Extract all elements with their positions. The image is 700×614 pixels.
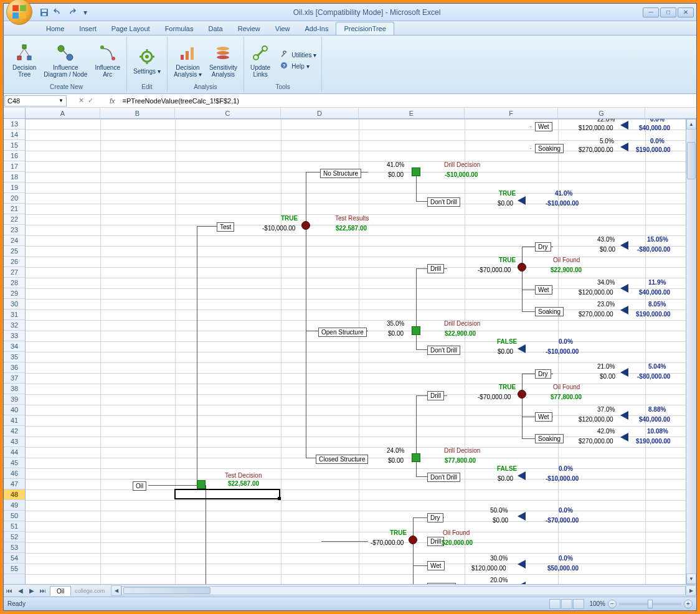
end-node-icon[interactable]	[518, 471, 526, 480]
end-node-icon[interactable]	[518, 512, 526, 521]
row-header-33[interactable]: 33	[4, 331, 25, 341]
save-icon[interactable]	[39, 7, 50, 18]
tab-add-ins[interactable]: Add-Ins	[297, 22, 336, 35]
tree-node[interactable]: Don't Drill	[427, 197, 460, 207]
influence-arc-button[interactable]: InfluenceArc	[92, 42, 123, 79]
end-node-icon[interactable]	[620, 368, 628, 377]
minimize-button[interactable]: ─	[643, 7, 659, 17]
row-header-22[interactable]: 22	[4, 214, 25, 225]
tree-node[interactable]: No Structure	[320, 169, 361, 178]
chance-node-icon[interactable]	[301, 221, 310, 230]
zoom-in-button[interactable]: +	[684, 600, 693, 608]
scroll-left-button[interactable]: ◀	[111, 585, 121, 596]
row-header-45[interactable]: 45	[4, 458, 25, 468]
name-box[interactable]: C48▼	[4, 95, 67, 106]
scroll-down-button[interactable]: ▼	[686, 574, 696, 584]
row-header-42[interactable]: 42	[4, 426, 25, 437]
row-header-46[interactable]: 46	[4, 468, 25, 479]
tab-home[interactable]: Home	[39, 22, 72, 35]
worksheet-grid[interactable]: OilTestNo StructureOpen StructureClosed …	[26, 119, 686, 584]
tree-node[interactable]: Open Structure	[318, 328, 367, 337]
row-header-44[interactable]: 44	[4, 447, 25, 458]
decision-analysis-button[interactable]: DecisionAnalysis ▾	[171, 42, 204, 79]
tab-view[interactable]: View	[268, 22, 298, 35]
row-header-54[interactable]: 54	[4, 553, 25, 564]
last-sheet-button[interactable]: ⏭	[37, 586, 49, 596]
zoom-level[interactable]: 100%	[589, 600, 605, 607]
prev-sheet-button[interactable]: ◀	[15, 586, 26, 596]
selected-cell[interactable]	[174, 489, 280, 499]
col-header-A[interactable]: A	[26, 108, 100, 118]
fx-icon[interactable]: fx	[105, 97, 120, 105]
tree-node[interactable]: Soaking	[535, 307, 564, 316]
decision-node-icon[interactable]	[412, 168, 420, 176]
undo-icon[interactable]	[52, 7, 64, 18]
row-header-37[interactable]: 37	[4, 373, 25, 384]
sensitivity-analysis-button[interactable]: SensitivityAnalysis	[207, 42, 240, 79]
row-header-15[interactable]: 15	[4, 140, 25, 151]
end-node-icon[interactable]	[518, 582, 526, 584]
row-header-31[interactable]: 31	[4, 309, 25, 320]
maximize-button[interactable]: □	[660, 7, 676, 17]
tree-node[interactable]: Drill	[427, 264, 444, 273]
row-header-47[interactable]: 47	[4, 479, 25, 489]
tree-node[interactable]: Wet	[427, 561, 445, 570]
row-header-16[interactable]: 16	[4, 151, 25, 161]
row-header-38[interactable]: 38	[4, 384, 25, 394]
row-header-53[interactable]: 53	[4, 542, 25, 553]
cancel-icon[interactable]: ✕	[78, 97, 84, 105]
row-header-40[interactable]: 40	[4, 405, 25, 415]
decision-node-icon[interactable]	[197, 480, 206, 489]
row-header-21[interactable]: 21	[4, 204, 25, 214]
zoom-slider[interactable]	[619, 603, 681, 605]
row-header-34[interactable]: 34	[4, 341, 25, 352]
tree-node[interactable]: Don't Drill	[427, 473, 460, 482]
tree-node[interactable]: Closed Structure	[316, 455, 368, 464]
row-header-24[interactable]: 24	[4, 235, 25, 246]
row-header-26[interactable]: 26	[4, 257, 25, 267]
qat-dropdown-icon[interactable]: ▾	[80, 7, 91, 18]
end-node-icon[interactable]	[518, 560, 526, 569]
update-links-button[interactable]: UpdateLinks	[248, 42, 273, 79]
row-header-36[interactable]: 36	[4, 362, 25, 373]
enter-icon[interactable]: ✓	[88, 97, 93, 105]
normal-view-button[interactable]	[549, 599, 560, 609]
row-header-27[interactable]: 27	[4, 267, 25, 278]
row-header-18[interactable]: 18	[4, 172, 25, 182]
settings-button[interactable]: Settings ▾	[131, 45, 163, 76]
help-button[interactable]: ?Help ▾	[279, 61, 318, 71]
tree-node[interactable]: Wet	[535, 285, 552, 295]
row-header-52[interactable]: 52	[4, 532, 25, 542]
page-break-view-button[interactable]	[573, 599, 584, 609]
tree-node[interactable]: Dry	[535, 242, 551, 252]
chance-node-icon[interactable]	[409, 536, 417, 544]
zoom-out-button[interactable]: −	[608, 600, 617, 608]
tree-node[interactable]: Oil	[133, 481, 146, 491]
tree-node[interactable]: Don't Drill	[427, 346, 460, 355]
select-all-corner[interactable]	[4, 108, 26, 118]
row-header-14[interactable]: 14	[4, 130, 25, 140]
sheet-tab-oil[interactable]: Oil	[50, 586, 71, 596]
scroll-right-button[interactable]: ▶	[686, 585, 696, 596]
tab-precisiontree[interactable]: PrecisionTree	[336, 22, 394, 35]
row-header-25[interactable]: 25	[4, 246, 25, 257]
tree-node[interactable]: Soaking	[535, 434, 564, 443]
influence-diagram-node-button[interactable]: InfluenceDiagram / Node	[41, 42, 90, 79]
tab-data[interactable]: Data	[201, 22, 230, 35]
end-node-icon[interactable]	[620, 241, 628, 250]
horizontal-scrollbar[interactable]: ◀ ▶	[111, 585, 696, 596]
end-node-icon[interactable]	[620, 284, 628, 293]
tree-node[interactable]: Drill	[427, 391, 444, 400]
tree-node[interactable]: Wet	[535, 412, 552, 422]
row-header-43[interactable]: 43	[4, 437, 25, 447]
row-header-48[interactable]: 48	[4, 489, 25, 500]
first-sheet-button[interactable]: ⏮	[4, 586, 15, 596]
col-header-C[interactable]: C	[175, 108, 281, 118]
row-header-23[interactable]: 23	[4, 225, 25, 235]
row-header-41[interactable]: 41	[4, 415, 25, 426]
page-layout-view-button[interactable]	[561, 599, 572, 609]
row-header-30[interactable]: 30	[4, 299, 25, 309]
end-node-icon[interactable]	[620, 411, 628, 420]
col-header-E[interactable]: E	[359, 108, 465, 118]
tab-review[interactable]: Review	[230, 22, 268, 35]
